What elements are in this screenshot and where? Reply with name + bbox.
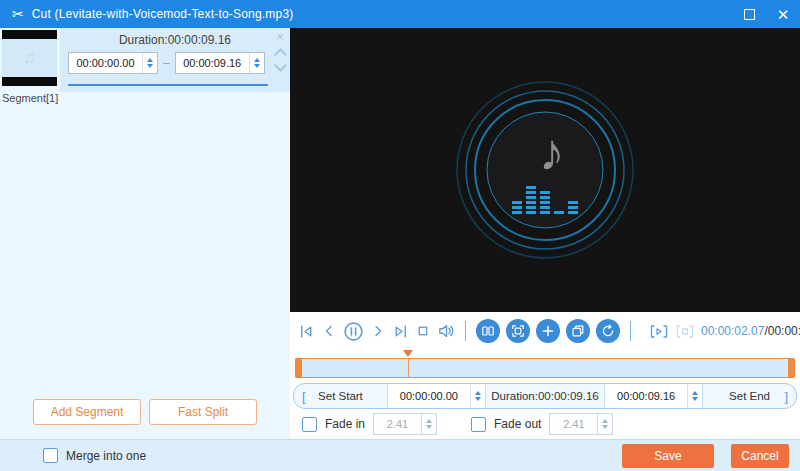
cancel-button[interactable]: Cancel xyxy=(731,444,789,468)
delete-segment-icon xyxy=(511,324,525,338)
reset-icon xyxy=(601,324,615,338)
next-frame-icon xyxy=(370,323,386,339)
music-note-icon: ♪ xyxy=(539,126,565,178)
start-time-spinner[interactable] xyxy=(470,384,485,408)
play-segment-icon xyxy=(649,323,669,340)
main-area: ♫ Segment[1] Duration:00:00:09.16 00:00:… xyxy=(0,28,800,439)
prev-frame-icon xyxy=(321,323,337,339)
close-icon: ✕ xyxy=(777,7,790,22)
play-segment-button[interactable] xyxy=(649,323,669,340)
time-display: 00:00:02.07/00:00:09.16 xyxy=(701,324,800,338)
bracket-left: [ xyxy=(302,389,306,404)
divider xyxy=(630,321,631,341)
pause-button[interactable] xyxy=(343,321,364,342)
seek-start-button[interactable] xyxy=(298,323,315,340)
chevron-down-icon[interactable] xyxy=(274,59,287,72)
letterbox-bar xyxy=(2,77,57,86)
save-button[interactable]: Save xyxy=(622,444,714,468)
fade-out-checkbox[interactable] xyxy=(471,417,486,432)
stop-segment-icon xyxy=(675,323,695,340)
seek-start-icon xyxy=(298,323,315,340)
delete-segment-card-icon[interactable]: × xyxy=(276,30,284,43)
range-separator: – xyxy=(163,56,170,70)
audio-preview: ♪ xyxy=(290,28,800,312)
close-button[interactable]: ✕ xyxy=(766,0,800,28)
end-time-spinner[interactable] xyxy=(687,384,702,408)
segment-thumb-image: ♫ xyxy=(2,30,57,86)
fade-out-label: Fade out xyxy=(494,417,541,431)
fast-split-button[interactable]: Fast Split xyxy=(149,399,257,425)
window-title: Cut (Levitate-with-Voicemod-Text-to-Song… xyxy=(32,7,294,21)
merge-checkbox[interactable] xyxy=(43,448,58,463)
segment-duration-label: Duration:00:00:09.16 xyxy=(60,28,290,47)
segment-end-input[interactable]: 00:00:09.16 xyxy=(175,52,265,74)
prev-frame-button[interactable] xyxy=(321,323,337,339)
add-icon xyxy=(541,324,555,338)
start-time-input[interactable]: 00:00:00.00 xyxy=(388,384,486,408)
segment-start-spinner[interactable] xyxy=(142,53,157,73)
footer: Merge into one Save Cancel xyxy=(0,439,800,471)
split-button[interactable] xyxy=(476,319,500,343)
fade-in-spinner[interactable] xyxy=(421,414,436,434)
end-time-input[interactable]: 00:00:09.16 xyxy=(605,384,703,408)
total-time: /00:00:09.16 xyxy=(764,324,800,338)
timeline-track[interactable] xyxy=(295,358,795,378)
segment-progress-line xyxy=(68,84,268,86)
fade-in-checkbox[interactable] xyxy=(302,417,317,432)
fade-in-label: Fade in xyxy=(325,417,365,431)
trim-bar: [ Set Start 00:00:00.00 Duration:00:00:0… xyxy=(293,383,797,409)
copy-icon xyxy=(571,324,585,338)
merge-into-one-option[interactable]: Merge into one xyxy=(0,448,146,463)
fade-options: Fade in 2.41 Fade out 2.41 xyxy=(290,409,800,439)
segment-end-spinner[interactable] xyxy=(249,53,264,73)
segment-panel: ♫ Segment[1] Duration:00:00:09.16 00:00:… xyxy=(0,28,290,439)
scissors-icon: ✂ xyxy=(12,7,24,21)
divider xyxy=(465,321,466,341)
pause-icon xyxy=(343,321,364,342)
titlebar: ✂ Cut (Levitate-with-Voicemod-Text-to-So… xyxy=(0,0,800,28)
trim-start-handle[interactable] xyxy=(295,358,302,378)
delete-segment-button[interactable] xyxy=(506,319,530,343)
set-end-button[interactable]: Set End ] xyxy=(703,384,796,408)
duration-label: Duration:00:00:09.16 xyxy=(486,384,605,408)
set-start-button[interactable]: [ Set Start xyxy=(294,384,388,408)
playback-controls: 00:00:02.07/00:00:09.16 xyxy=(290,312,800,350)
stop-icon xyxy=(415,323,431,339)
set-end-label: Set End xyxy=(729,390,770,402)
bracket-right: ] xyxy=(784,389,788,404)
seek-end-button[interactable] xyxy=(392,323,409,340)
maximize-icon xyxy=(744,9,755,20)
segment-label: Segment[1] xyxy=(2,92,57,104)
stop-button[interactable] xyxy=(415,323,431,339)
copy-segment-button[interactable] xyxy=(566,319,590,343)
segment-thumbnail[interactable]: ♫ Segment[1] xyxy=(2,30,57,104)
maximize-button[interactable] xyxy=(732,0,766,28)
volume-button[interactable] xyxy=(437,322,455,340)
cut-dialog: ✂ Cut (Levitate-with-Voicemod-Text-to-So… xyxy=(0,0,800,471)
merge-label: Merge into one xyxy=(66,449,146,463)
set-start-label: Set Start xyxy=(318,390,363,402)
trim-end-handle[interactable] xyxy=(788,358,795,378)
stop-segment-button[interactable] xyxy=(675,323,695,340)
segment-card[interactable]: Duration:00:00:09.16 00:00:00.00 – 00:00… xyxy=(60,28,290,92)
segment-row: ♫ Segment[1] Duration:00:00:09.16 00:00:… xyxy=(0,28,290,128)
window-controls: ✕ xyxy=(732,0,800,28)
fade-out-input[interactable]: 2.41 xyxy=(549,413,613,435)
current-time: 00:00:02.07 xyxy=(701,324,764,338)
segment-start-input[interactable]: 00:00:00.00 xyxy=(68,52,158,74)
music-note-icon: ♫ xyxy=(23,48,36,68)
add-segment-circle-button[interactable] xyxy=(536,319,560,343)
volume-icon xyxy=(437,322,455,340)
fade-in-input[interactable]: 2.41 xyxy=(373,413,437,435)
equalizer xyxy=(512,184,578,214)
preview-panel: ♪ xyxy=(290,28,800,439)
fade-out-spinner[interactable] xyxy=(597,414,612,434)
letterbox-bar xyxy=(2,30,57,39)
split-icon xyxy=(481,324,495,338)
next-frame-button[interactable] xyxy=(370,323,386,339)
timeline xyxy=(295,350,795,380)
add-segment-button[interactable]: Add Segment xyxy=(33,399,141,425)
seek-end-icon xyxy=(392,323,409,340)
reset-button[interactable] xyxy=(596,319,620,343)
